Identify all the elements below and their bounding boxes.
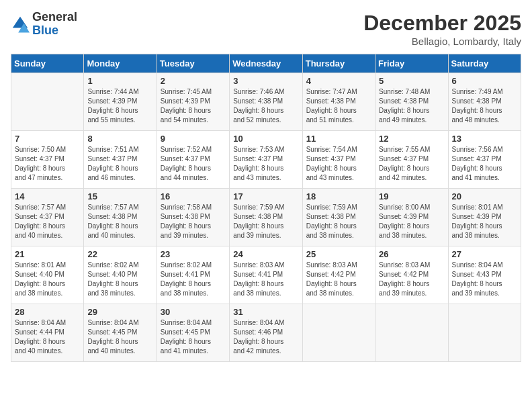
day-number: 5 <box>379 76 444 86</box>
day-number: 28 <box>15 307 80 317</box>
day-number: 23 <box>161 249 226 259</box>
calendar-week-row: 1Sunrise: 7:44 AMSunset: 4:39 PMDaylight… <box>11 73 521 131</box>
header-day: Wednesday <box>230 54 302 73</box>
day-info: Sunrise: 8:04 AMSunset: 4:46 PMDaylight:… <box>233 318 298 356</box>
day-number: 26 <box>379 249 444 259</box>
header-day: Friday <box>375 54 448 73</box>
logo-blue-text: Blue <box>32 24 77 38</box>
day-number: 10 <box>233 134 298 144</box>
day-number: 11 <box>306 134 371 144</box>
calendar-cell: 6Sunrise: 7:49 AMSunset: 4:38 PMDaylight… <box>448 73 521 131</box>
page-header: General Blue December 2025 Bellagio, Lom… <box>11 11 521 47</box>
day-info: Sunrise: 8:00 AMSunset: 4:39 PMDaylight:… <box>379 203 444 240</box>
day-info: Sunrise: 8:02 AMSunset: 4:41 PMDaylight:… <box>161 261 226 298</box>
day-info: Sunrise: 8:04 AMSunset: 4:44 PMDaylight:… <box>15 318 80 356</box>
day-number: 3 <box>233 76 298 86</box>
day-info: Sunrise: 8:04 AMSunset: 4:45 PMDaylight:… <box>87 318 152 356</box>
day-info: Sunrise: 7:46 AMSunset: 4:38 PMDaylight:… <box>233 87 298 125</box>
day-number: 22 <box>87 249 152 259</box>
calendar-cell <box>375 304 448 362</box>
calendar-cell: 22Sunrise: 8:02 AMSunset: 4:40 PMDayligh… <box>84 246 157 304</box>
day-info: Sunrise: 7:59 AMSunset: 4:38 PMDaylight:… <box>306 203 371 240</box>
calendar-cell: 29Sunrise: 8:04 AMSunset: 4:45 PMDayligh… <box>84 304 157 362</box>
day-info: Sunrise: 7:57 AMSunset: 4:37 PMDaylight:… <box>15 203 80 240</box>
day-number: 20 <box>452 191 517 201</box>
day-info: Sunrise: 7:59 AMSunset: 4:38 PMDaylight:… <box>233 203 298 240</box>
day-info: Sunrise: 7:48 AMSunset: 4:38 PMDaylight:… <box>379 87 444 125</box>
day-number: 4 <box>306 76 371 86</box>
day-info: Sunrise: 8:01 AMSunset: 4:39 PMDaylight:… <box>452 203 517 240</box>
day-info: Sunrise: 7:53 AMSunset: 4:37 PMDaylight:… <box>233 145 298 183</box>
day-info: Sunrise: 7:47 AMSunset: 4:38 PMDaylight:… <box>306 87 371 125</box>
day-number: 15 <box>87 191 152 201</box>
day-info: Sunrise: 7:49 AMSunset: 4:38 PMDaylight:… <box>452 87 517 125</box>
day-number: 27 <box>452 249 517 259</box>
logo-text: General Blue <box>32 11 77 38</box>
calendar-cell: 20Sunrise: 8:01 AMSunset: 4:39 PMDayligh… <box>448 189 521 246</box>
calendar-week-row: 21Sunrise: 8:01 AMSunset: 4:40 PMDayligh… <box>11 246 521 304</box>
calendar-cell: 10Sunrise: 7:53 AMSunset: 4:37 PMDayligh… <box>230 131 302 189</box>
day-number: 21 <box>15 249 80 259</box>
day-number: 12 <box>379 134 444 144</box>
header-day: Sunday <box>11 54 84 73</box>
day-info: Sunrise: 8:04 AMSunset: 4:45 PMDaylight:… <box>161 318 226 356</box>
day-number: 29 <box>87 307 152 317</box>
calendar-cell <box>302 304 375 362</box>
day-number: 24 <box>233 249 298 259</box>
logo-icon <box>11 15 30 34</box>
calendar-cell: 3Sunrise: 7:46 AMSunset: 4:38 PMDaylight… <box>230 73 302 131</box>
day-number: 16 <box>161 191 226 201</box>
day-number: 19 <box>379 191 444 201</box>
calendar-cell: 30Sunrise: 8:04 AMSunset: 4:45 PMDayligh… <box>157 304 229 362</box>
calendar-cell: 23Sunrise: 8:02 AMSunset: 4:41 PMDayligh… <box>157 246 229 304</box>
day-info: Sunrise: 8:01 AMSunset: 4:40 PMDaylight:… <box>15 261 80 298</box>
day-number: 31 <box>233 307 298 317</box>
calendar-cell: 14Sunrise: 7:57 AMSunset: 4:37 PMDayligh… <box>11 189 84 246</box>
day-number: 2 <box>161 76 226 86</box>
calendar-cell: 4Sunrise: 7:47 AMSunset: 4:38 PMDaylight… <box>302 73 375 131</box>
calendar-cell: 13Sunrise: 7:56 AMSunset: 4:37 PMDayligh… <box>448 131 521 189</box>
calendar-cell: 19Sunrise: 8:00 AMSunset: 4:39 PMDayligh… <box>375 189 448 246</box>
calendar-cell: 2Sunrise: 7:45 AMSunset: 4:39 PMDaylight… <box>157 73 229 131</box>
day-number: 7 <box>15 134 80 144</box>
day-info: Sunrise: 7:57 AMSunset: 4:38 PMDaylight:… <box>87 203 152 240</box>
calendar-cell: 7Sunrise: 7:50 AMSunset: 4:37 PMDaylight… <box>11 131 84 189</box>
logo-general-text: General <box>32 11 77 24</box>
calendar-week-row: 7Sunrise: 7:50 AMSunset: 4:37 PMDaylight… <box>11 131 521 189</box>
day-info: Sunrise: 7:44 AMSunset: 4:39 PMDaylight:… <box>87 87 152 125</box>
calendar-cell: 8Sunrise: 7:51 AMSunset: 4:37 PMDaylight… <box>84 131 157 189</box>
day-info: Sunrise: 8:02 AMSunset: 4:40 PMDaylight:… <box>87 261 152 298</box>
location: Bellagio, Lombardy, Italy <box>363 36 521 47</box>
calendar-cell: 5Sunrise: 7:48 AMSunset: 4:38 PMDaylight… <box>375 73 448 131</box>
day-number: 25 <box>306 249 371 259</box>
day-info: Sunrise: 8:03 AMSunset: 4:42 PMDaylight:… <box>379 261 444 298</box>
day-number: 1 <box>87 76 152 86</box>
day-number: 14 <box>15 191 80 201</box>
calendar-cell: 27Sunrise: 8:04 AMSunset: 4:43 PMDayligh… <box>448 246 521 304</box>
header-day: Tuesday <box>157 54 229 73</box>
day-info: Sunrise: 8:04 AMSunset: 4:43 PMDaylight:… <box>452 261 517 298</box>
month-title: December 2025 <box>363 11 521 36</box>
day-info: Sunrise: 7:50 AMSunset: 4:37 PMDaylight:… <box>15 145 80 183</box>
day-number: 30 <box>161 307 226 317</box>
header-day: Saturday <box>448 54 521 73</box>
day-info: Sunrise: 8:03 AMSunset: 4:41 PMDaylight:… <box>233 261 298 298</box>
calendar-cell: 15Sunrise: 7:57 AMSunset: 4:38 PMDayligh… <box>84 189 157 246</box>
header-day: Monday <box>84 54 157 73</box>
title-block: December 2025 Bellagio, Lombardy, Italy <box>363 11 521 47</box>
day-number: 17 <box>233 191 298 201</box>
day-number: 6 <box>452 76 517 86</box>
calendar-cell: 1Sunrise: 7:44 AMSunset: 4:39 PMDaylight… <box>84 73 157 131</box>
day-info: Sunrise: 7:55 AMSunset: 4:37 PMDaylight:… <box>379 145 444 183</box>
day-number: 18 <box>306 191 371 201</box>
calendar-cell: 9Sunrise: 7:52 AMSunset: 4:37 PMDaylight… <box>157 131 229 189</box>
calendar-cell: 28Sunrise: 8:04 AMSunset: 4:44 PMDayligh… <box>11 304 84 362</box>
calendar-cell: 31Sunrise: 8:04 AMSunset: 4:46 PMDayligh… <box>230 304 302 362</box>
calendar-cell: 17Sunrise: 7:59 AMSunset: 4:38 PMDayligh… <box>230 189 302 246</box>
logo: General Blue <box>11 11 77 38</box>
calendar-cell: 24Sunrise: 8:03 AMSunset: 4:41 PMDayligh… <box>230 246 302 304</box>
day-info: Sunrise: 7:54 AMSunset: 4:37 PMDaylight:… <box>306 145 371 183</box>
calendar-cell: 11Sunrise: 7:54 AMSunset: 4:37 PMDayligh… <box>302 131 375 189</box>
calendar-week-row: 14Sunrise: 7:57 AMSunset: 4:37 PMDayligh… <box>11 189 521 246</box>
calendar-cell <box>448 304 521 362</box>
